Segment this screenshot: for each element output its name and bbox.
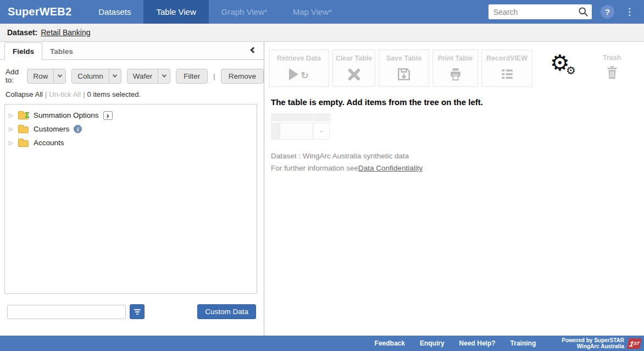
trash-icon (606, 64, 619, 81)
tab-fields[interactable]: Fields (4, 42, 42, 60)
table-options-button[interactable]: ⚙ ⚙ (550, 56, 580, 83)
separator: | (45, 90, 47, 98)
expand-triangle-icon[interactable]: ▷ (9, 140, 17, 146)
toolbar-separator: | (213, 72, 215, 80)
collapse-all-link[interactable]: Collapse All (5, 90, 43, 98)
row-dropdown-label: Row (27, 72, 53, 80)
footer-link-enquiry[interactable]: Enquiry (420, 339, 445, 347)
chevron-down-icon (158, 69, 170, 83)
column-dropdown-label: Column (72, 72, 109, 80)
tree-item-summation-options[interactable]: ▷ Σ Summation Options › (5, 108, 257, 122)
nav-item-map-view[interactable]: Map View* (280, 0, 345, 24)
footer-link-feedback[interactable]: Feedback (375, 339, 405, 347)
search-icon[interactable] (578, 7, 589, 17)
superstar-1st-logo: 1ST (627, 338, 642, 349)
expand-triangle-icon[interactable]: ▷ (9, 112, 17, 118)
collapse-panel-icon[interactable] (250, 47, 256, 53)
info-icon[interactable]: i (74, 125, 82, 133)
chevron-down-icon (109, 69, 121, 83)
untick-all-link[interactable]: Un-tick All (49, 90, 81, 98)
top-navbar: SuperWEB2 Datasets Table View Graph View… (0, 0, 644, 24)
remove-button[interactable]: Remove (221, 69, 264, 84)
chevron-down-icon (53, 69, 65, 83)
sigma-icon: Σ (25, 111, 30, 119)
funnel-icon (134, 309, 141, 310)
dataset-link[interactable]: Retail Banking (41, 28, 90, 37)
save-icon (397, 66, 411, 83)
tree-item-customers[interactable]: ▷ Customers i (5, 122, 257, 136)
print-table-button[interactable]: Print Table (432, 50, 478, 87)
recordview-label: RecordVIEW (486, 54, 528, 62)
list-icon (500, 66, 514, 83)
tree-search-row (7, 304, 145, 319)
trash-button[interactable]: Trash (603, 50, 621, 81)
dataset-bar: Dataset: Retail Banking (0, 24, 644, 42)
x-icon (347, 66, 361, 83)
empty-table-message: The table is empty. Add items from the t… (269, 97, 644, 107)
nav-item-table-view[interactable]: Table View (143, 0, 208, 24)
field-tree: ▷ Σ Summation Options › ▷ Customers i ▷ … (4, 104, 257, 294)
table-body-cell (280, 123, 313, 140)
custom-data-button[interactable]: Custom Data (197, 304, 256, 319)
clear-table-button[interactable]: Clear Table (332, 50, 375, 87)
search-box (488, 4, 592, 19)
confidentiality-prefix: For further information see (271, 164, 358, 172)
empty-table-preview: - (271, 113, 330, 140)
table-row-header-cell (271, 123, 280, 140)
badge-suffix: ST (633, 341, 640, 346)
play-refresh-icon: ↻ (289, 66, 308, 83)
tree-search-input[interactable] (7, 305, 126, 319)
dataset-info-line: Dataset : WingArc Australia synthetic da… (269, 152, 644, 160)
trash-label: Trash (603, 54, 621, 62)
filter-button[interactable]: Filter (176, 69, 208, 84)
items-selected-count: 0 items selected. (87, 90, 141, 98)
confidentiality-line: For further information seeData Confiden… (269, 164, 644, 172)
field-selection-panel: Fields Tables Add to: Row Column Wafer F… (0, 42, 264, 336)
tree-item-label[interactable]: Summation Options (34, 111, 99, 119)
tree-item-label[interactable]: Customers (34, 125, 69, 133)
tab-tables[interactable]: Tables (42, 43, 81, 59)
table-toolbar: Retrieve Data ↻ Clear Table Save Table P… (269, 50, 644, 87)
table-header-cell (271, 113, 313, 122)
app-logo: SuperWEB2 (0, 0, 86, 24)
search-input[interactable] (488, 4, 592, 19)
print-table-label: Print Table (438, 54, 473, 62)
table-empty-value-cell: - (313, 123, 330, 140)
data-confidentiality-link[interactable]: Data Confidentiality (358, 164, 423, 172)
powered-by-line2: WingArc Australia (562, 343, 624, 349)
apply-filter-button[interactable] (130, 304, 145, 319)
nav-item-datasets[interactable]: Datasets (86, 0, 143, 24)
row-dropdown[interactable]: Row (27, 69, 66, 84)
retrieve-data-button[interactable]: Retrieve Data ↻ (269, 50, 329, 87)
save-table-label: Save Table (386, 54, 421, 62)
tree-item-accounts[interactable]: ▷ Accounts (5, 136, 257, 150)
wafer-dropdown-label: Wafer (127, 72, 158, 80)
save-table-button[interactable]: Save Table (379, 50, 429, 87)
menu-kebab-icon[interactable]: ⋮ (622, 6, 637, 18)
table-header-cell (314, 113, 330, 122)
footer-link-training[interactable]: Training (510, 339, 536, 347)
tree-item-label[interactable]: Accounts (34, 139, 64, 147)
selection-status-row: Collapse All|Un-tick All|0 items selecte… (5, 90, 264, 98)
column-dropdown[interactable]: Column (71, 69, 121, 84)
folder-icon (18, 140, 29, 147)
powered-by-text: Powered by SuperSTAR WingArc Australia (562, 337, 624, 349)
expand-triangle-icon[interactable]: ▷ (9, 126, 17, 132)
footer-link-need-help[interactable]: Need Help? (459, 339, 496, 347)
add-to-toolbar: Add to: Row Column Wafer Filter | Remove (5, 68, 264, 84)
navbar-right-group: ? ⋮ (488, 0, 644, 24)
recordview-button[interactable]: RecordVIEW (481, 50, 532, 87)
help-icon[interactable]: ? (601, 5, 614, 19)
powered-by-line1: Powered by SuperSTAR (562, 337, 624, 343)
wafer-dropdown[interactable]: Wafer (127, 69, 171, 84)
retrieve-data-label: Retrieve Data (277, 54, 321, 62)
printer-icon (448, 66, 463, 83)
footer-bar: Feedback Enquiry Need Help? Training Pow… (0, 336, 644, 351)
open-options-chevron-button[interactable]: › (103, 111, 113, 120)
folder-icon (18, 127, 29, 133)
dataset-label: Dataset: (7, 28, 37, 37)
summation-folder-icon: Σ (18, 113, 29, 119)
help-glyph: ? (605, 7, 610, 17)
nav-item-graph-view[interactable]: Graph View* (209, 0, 280, 24)
table-view-panel: Retrieve Data ↻ Clear Table Save Table P… (264, 42, 644, 336)
